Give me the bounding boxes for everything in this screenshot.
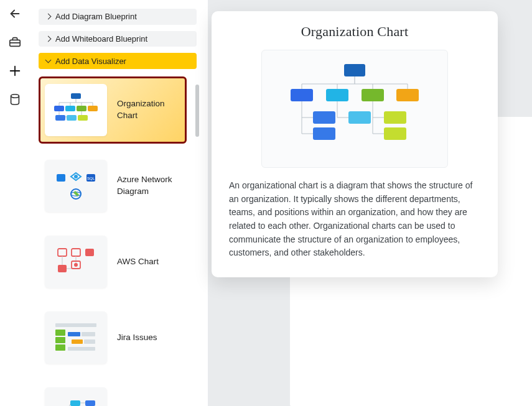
svg-point-33 bbox=[74, 263, 78, 267]
svg-rect-10 bbox=[65, 106, 75, 111]
template-label: Azure Network Diagram bbox=[117, 174, 180, 198]
svg-rect-35 bbox=[55, 330, 65, 336]
toolbox-button[interactable] bbox=[6, 34, 24, 51]
template-label: Organization Chart bbox=[117, 98, 180, 122]
svg-rect-64 bbox=[326, 89, 348, 101]
svg-rect-41 bbox=[84, 339, 95, 344]
decision-tree-icon bbox=[52, 395, 100, 406]
back-arrow-icon bbox=[8, 7, 22, 21]
accordion-label: Add Data Visualizer bbox=[55, 57, 126, 66]
add-button[interactable] bbox=[6, 62, 24, 80]
svg-rect-11 bbox=[77, 106, 86, 111]
database-button[interactable] bbox=[6, 91, 24, 108]
svg-rect-19 bbox=[57, 174, 65, 182]
svg-rect-36 bbox=[55, 337, 65, 343]
back-button[interactable] bbox=[6, 5, 24, 22]
svg-rect-39 bbox=[72, 339, 83, 344]
template-organization-chart[interactable]: Organization Chart bbox=[39, 76, 187, 144]
org-chart-preview-icon bbox=[277, 59, 432, 159]
template-thumb bbox=[45, 84, 107, 136]
svg-rect-16 bbox=[55, 115, 65, 121]
svg-rect-40 bbox=[82, 332, 95, 336]
svg-point-20 bbox=[74, 175, 78, 178]
svg-rect-63 bbox=[291, 89, 313, 101]
template-thumb bbox=[45, 311, 107, 364]
scrollbar-thumb[interactable] bbox=[195, 85, 199, 137]
svg-rect-65 bbox=[362, 89, 384, 101]
sidebar: Add Diagram Blueprint Add Whiteboard Blu… bbox=[30, 0, 208, 406]
svg-rect-79 bbox=[384, 127, 406, 140]
jira-issues-icon bbox=[52, 320, 100, 356]
accordion-data-visualizer[interactable]: Add Data Visualizer bbox=[39, 53, 197, 69]
svg-rect-26 bbox=[72, 249, 80, 256]
svg-rect-2 bbox=[71, 93, 81, 99]
template-thumb bbox=[45, 387, 107, 406]
template-decision-tree[interactable]: Decision Tree bbox=[39, 380, 187, 406]
svg-rect-78 bbox=[384, 111, 406, 124]
svg-rect-76 bbox=[313, 127, 335, 140]
accordion-label: Add Whiteboard Blueprint bbox=[55, 34, 147, 44]
template-list: Organization Chart SQL Azure Network Dia… bbox=[39, 75, 199, 406]
template-azure-network[interactable]: SQL Azure Network Diagram bbox=[39, 152, 187, 219]
accordion-whiteboard-blueprint[interactable]: Add Whiteboard Blueprint bbox=[39, 31, 197, 47]
chevron-down-icon bbox=[45, 57, 52, 63]
svg-rect-31 bbox=[58, 265, 67, 272]
azure-network-icon: SQL bbox=[52, 168, 100, 204]
accordion-label: Add Diagram Blueprint bbox=[55, 12, 137, 21]
svg-text:SQL: SQL bbox=[87, 177, 95, 180]
database-icon bbox=[8, 93, 22, 106]
svg-rect-53 bbox=[85, 400, 95, 406]
svg-rect-12 bbox=[88, 106, 98, 111]
svg-rect-42 bbox=[68, 347, 95, 351]
org-chart-icon bbox=[52, 92, 100, 128]
svg-rect-37 bbox=[55, 344, 65, 351]
svg-rect-75 bbox=[313, 111, 335, 124]
chevron-right-icon bbox=[45, 36, 52, 42]
template-preview-popover: Organization Chart bbox=[212, 11, 498, 277]
template-thumb bbox=[45, 236, 107, 288]
svg-point-1 bbox=[11, 95, 19, 98]
svg-rect-77 bbox=[348, 111, 371, 124]
popover-description: An organizational chart is a diagram tha… bbox=[229, 179, 480, 260]
svg-rect-9 bbox=[54, 106, 64, 111]
toolbox-icon bbox=[8, 35, 22, 49]
svg-rect-34 bbox=[55, 323, 96, 327]
svg-rect-25 bbox=[58, 249, 67, 256]
accordion-diagram-blueprint[interactable]: Add Diagram Blueprint bbox=[39, 9, 197, 25]
plus-icon bbox=[8, 64, 22, 78]
svg-rect-17 bbox=[67, 115, 77, 121]
left-toolbar bbox=[0, 0, 30, 406]
svg-rect-18 bbox=[78, 115, 88, 121]
svg-rect-47 bbox=[70, 400, 80, 406]
svg-rect-38 bbox=[68, 332, 80, 336]
chevron-right-icon bbox=[45, 14, 52, 20]
popover-title: Organization Chart bbox=[229, 24, 480, 40]
template-aws-chart[interactable]: AWS Chart bbox=[39, 228, 187, 295]
svg-rect-56 bbox=[344, 64, 365, 76]
popover-preview bbox=[261, 50, 448, 168]
aws-chart-icon bbox=[52, 244, 100, 280]
svg-rect-27 bbox=[85, 249, 94, 256]
template-jira-issues[interactable]: Jira Issues bbox=[39, 304, 187, 371]
svg-rect-66 bbox=[396, 89, 419, 101]
template-label: AWS Chart bbox=[117, 256, 180, 268]
template-label: Jira Issues bbox=[117, 332, 180, 344]
template-thumb: SQL bbox=[45, 160, 107, 212]
